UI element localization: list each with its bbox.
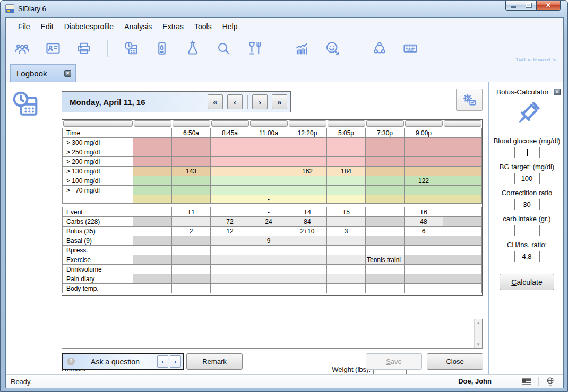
logbook-cell[interactable] <box>405 246 443 255</box>
menu-analysis[interactable]: Analysis <box>119 20 157 33</box>
logbook-cell[interactable] <box>405 157 443 167</box>
logbook-cell[interactable]: T4 <box>288 207 327 217</box>
logbook-cell[interactable]: 12:20p <box>288 128 327 138</box>
logbook-cell[interactable] <box>133 138 172 147</box>
logbook-cell[interactable] <box>443 147 482 157</box>
logbook-cell[interactable] <box>172 195 211 204</box>
logbook-cell[interactable] <box>133 147 172 157</box>
title-bar[interactable]: SiDiary 6 ✕ <box>1 1 567 17</box>
logbook-cell[interactable] <box>133 128 172 138</box>
logbook-cell[interactable] <box>211 147 249 157</box>
logbook-cell[interactable] <box>249 138 288 147</box>
logbook-cell[interactable] <box>405 195 443 204</box>
logbook-cell[interactable] <box>172 147 211 157</box>
save-button[interactable]: Save <box>366 353 422 370</box>
logbook-cell[interactable] <box>211 186 249 195</box>
logbook-cell[interactable] <box>288 246 327 255</box>
blood-glucose-input[interactable] <box>514 147 540 158</box>
logbook-cell[interactable] <box>172 265 211 274</box>
logbook-cell[interactable] <box>327 274 366 284</box>
logbook-cell[interactable] <box>172 186 211 195</box>
logbook-cell[interactable]: 6:50a <box>172 128 211 138</box>
logbook-cell[interactable] <box>288 265 327 274</box>
tab-close-icon[interactable]: ✕ <box>64 70 71 77</box>
logbook-cell[interactable] <box>366 176 405 186</box>
logbook-cell[interactable] <box>211 157 249 167</box>
logbook-cell[interactable]: T5 <box>327 207 366 217</box>
logbook-cell[interactable] <box>405 274 443 284</box>
logbook-cell[interactable]: - <box>249 195 288 204</box>
logbook-cell[interactable] <box>133 186 172 195</box>
logbook-cell[interactable] <box>249 274 288 284</box>
minimize-button[interactable] <box>505 1 521 11</box>
correction-ratio-input[interactable]: 30 <box>514 199 540 210</box>
logbook-cell[interactable] <box>443 217 482 227</box>
ch-ins-ratio-input[interactable]: 4,8 <box>514 251 540 262</box>
menu-extras[interactable]: Extras <box>157 20 189 33</box>
logbook-cell[interactable] <box>327 157 366 167</box>
column-header-button[interactable] <box>366 120 404 127</box>
column-header-button[interactable] <box>134 120 171 127</box>
logbook-cell[interactable] <box>327 217 366 227</box>
logbook-cell[interactable] <box>366 147 405 157</box>
logbook-cell[interactable] <box>288 157 327 167</box>
logbook-cell[interactable]: 143 <box>172 167 211 176</box>
ask-next-button[interactable]: › <box>170 355 181 368</box>
logbook-cell[interactable] <box>133 167 172 176</box>
logbook-cell[interactable] <box>327 284 366 293</box>
logbook-cell[interactable] <box>172 284 211 293</box>
logbook-cell[interactable] <box>366 274 405 284</box>
logbook-cell[interactable]: 3 <box>327 227 366 236</box>
logbook-cell[interactable] <box>211 265 249 274</box>
ask-prev-button[interactable]: ‹ <box>157 355 168 368</box>
logbook-cell[interactable] <box>133 274 172 284</box>
logbook-cell[interactable] <box>172 255 211 265</box>
logbook-cell[interactable] <box>133 236 172 246</box>
logbook-cell[interactable] <box>249 284 288 293</box>
logbook-cell[interactable] <box>405 265 443 274</box>
logbook-cell[interactable] <box>327 176 366 186</box>
logbook-cell[interactable] <box>211 255 249 265</box>
column-header-button[interactable] <box>63 120 133 127</box>
logbook-cell[interactable] <box>366 195 405 204</box>
logbook-cell[interactable] <box>366 157 405 167</box>
logbook-cell[interactable] <box>327 236 366 246</box>
logbook-cell[interactable] <box>405 147 443 157</box>
logbook-cell[interactable] <box>366 207 405 217</box>
logbook-cell[interactable] <box>327 186 366 195</box>
logbook-cell[interactable] <box>288 284 327 293</box>
logbook-cell[interactable]: 122 <box>405 176 443 186</box>
logbook-cell[interactable] <box>443 195 482 204</box>
logbook-cell[interactable] <box>249 147 288 157</box>
column-header-button[interactable] <box>444 120 481 127</box>
menu-diabetesprofile[interactable]: Diabetesprofile <box>59 20 119 33</box>
logbook-cell[interactable] <box>443 236 482 246</box>
logbook-cell[interactable]: T1 <box>172 207 211 217</box>
logbook-cell[interactable]: 9:00p <box>405 128 443 138</box>
smiley-export-icon[interactable] <box>324 40 340 56</box>
menu-help[interactable]: Help <box>217 20 243 33</box>
column-header-button[interactable] <box>250 120 288 127</box>
logbook-cell[interactable] <box>366 186 405 195</box>
printer-icon[interactable] <box>76 40 92 56</box>
logbook-cell[interactable]: 6 <box>405 227 443 236</box>
column-header-button[interactable] <box>328 120 365 127</box>
logbook-cell[interactable]: 12 <box>211 227 249 236</box>
logbook-cell[interactable] <box>211 236 249 246</box>
logbook-cell[interactable] <box>211 176 249 186</box>
close-button[interactable]: Close <box>427 353 483 370</box>
logbook-cell[interactable] <box>443 284 482 293</box>
logbook-cell[interactable] <box>327 255 366 265</box>
logbook-cell[interactable] <box>366 246 405 255</box>
logbook-cell[interactable] <box>405 236 443 246</box>
logbook-cell[interactable] <box>288 236 327 246</box>
logbook-cell[interactable] <box>443 128 482 138</box>
statistics-icon[interactable] <box>294 40 309 56</box>
users-group-icon[interactable] <box>14 40 30 56</box>
logbook-settings-button[interactable] <box>456 89 483 111</box>
logbook-cell[interactable] <box>443 207 482 217</box>
logbook-cell[interactable] <box>443 265 482 274</box>
logbook-cell[interactable] <box>172 246 211 255</box>
logbook-cell[interactable] <box>133 207 172 217</box>
remark-button[interactable]: Remark <box>186 353 243 370</box>
